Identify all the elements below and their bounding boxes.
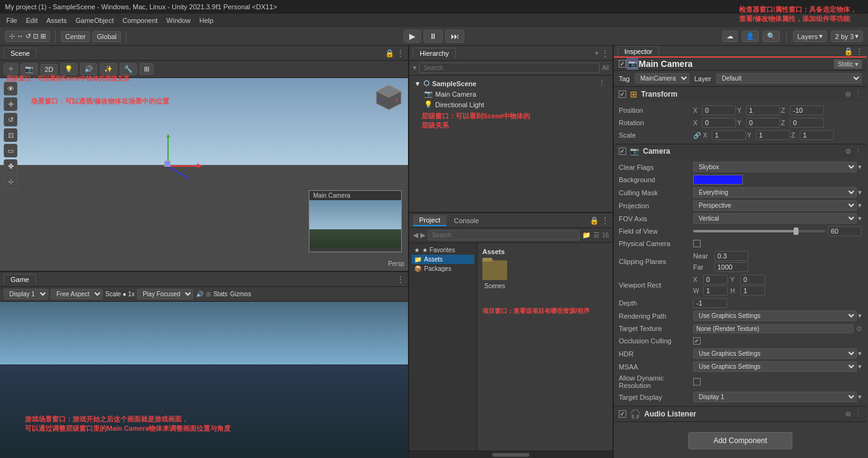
audio-settings-icon[interactable]: ⚙ bbox=[845, 410, 851, 418]
hierarchy-directional-light[interactable]: 💡 Directional Light bbox=[412, 99, 610, 110]
vp-w-input[interactable] bbox=[703, 286, 728, 296]
scene-gizmos-btn[interactable]: ✧ bbox=[4, 63, 18, 75]
scene-audio-btn[interactable]: 🔊 bbox=[80, 63, 97, 75]
layer-dropdown[interactable]: Default bbox=[716, 73, 862, 84]
object-enabled-checkbox[interactable] bbox=[619, 60, 626, 68]
fov-input[interactable] bbox=[828, 226, 862, 236]
scene-menu-icon[interactable]: ⋮ bbox=[397, 49, 404, 58]
scene-2d-btn[interactable]: 2D bbox=[40, 64, 58, 75]
camera-settings-icon[interactable]: ⚙ bbox=[845, 148, 851, 156]
menu-assets[interactable]: Assets bbox=[43, 15, 71, 25]
layout-dropdown[interactable]: 2 by 3 ▾ bbox=[831, 30, 863, 42]
transform-header[interactable]: ⊞ Transform ⚙ ⋮ bbox=[614, 87, 867, 102]
rot-x-input[interactable] bbox=[702, 118, 736, 128]
rot-z-input[interactable] bbox=[790, 118, 824, 128]
game-display-dropdown[interactable]: Display 1 bbox=[4, 289, 48, 299]
transform-tool-btn[interactable]: ✤ bbox=[4, 159, 17, 173]
tag-dropdown[interactable]: MainCamera bbox=[635, 73, 689, 84]
far-input[interactable] bbox=[714, 262, 748, 272]
transform-enabled[interactable] bbox=[619, 90, 626, 98]
project-forward-icon[interactable]: ▶ bbox=[420, 231, 425, 239]
scenes-folder[interactable]: Scenes bbox=[482, 260, 507, 289]
game-audio-icon[interactable]: 🔊 bbox=[196, 291, 203, 297]
scene-overlay-btn[interactable]: 🔧 bbox=[120, 63, 137, 75]
scene-camera-btn[interactable]: 📷 bbox=[20, 63, 38, 75]
game-tab[interactable]: Game bbox=[4, 274, 36, 284]
vp-h-input[interactable] bbox=[740, 286, 765, 296]
project-packages-sidebar[interactable]: 📦 Packages bbox=[412, 264, 474, 273]
rotate-tool-btn[interactable]: ↺ bbox=[4, 113, 17, 126]
project-list-icon[interactable]: ☰ bbox=[593, 231, 600, 239]
scene-menu-dot[interactable]: ⋮ bbox=[598, 79, 605, 87]
play-button[interactable]: ▶ bbox=[404, 30, 421, 43]
project-tab[interactable]: Project bbox=[413, 215, 446, 226]
transform-settings-icon[interactable]: ⚙ bbox=[845, 90, 851, 99]
camera-header[interactable]: 📷 Camera ⚙ ⋮ bbox=[614, 144, 867, 158]
game-gizmos-btn[interactable]: Gizmos bbox=[230, 291, 251, 297]
console-tab[interactable]: Console bbox=[448, 216, 485, 226]
pause-button[interactable]: ⏸ bbox=[423, 30, 443, 43]
game-playfocused-dropdown[interactable]: Play Focused bbox=[137, 289, 193, 299]
scale-x-input[interactable] bbox=[712, 130, 746, 140]
game-aspect-dropdown[interactable]: Free Aspect bbox=[51, 289, 103, 299]
vp-x-input[interactable] bbox=[703, 275, 728, 284]
layers-dropdown[interactable]: Layers ▾ bbox=[793, 30, 827, 42]
inspector-menu-icon[interactable]: ⋮ bbox=[856, 47, 863, 56]
menu-component[interactable]: Component bbox=[118, 15, 161, 25]
target-texture-dot-icon[interactable]: ⊙ bbox=[856, 325, 862, 333]
camera-enabled[interactable] bbox=[619, 148, 626, 155]
rect-tool-btn[interactable]: ▭ bbox=[4, 144, 17, 157]
vp-y-input[interactable] bbox=[740, 275, 765, 284]
pivot-toggle[interactable]: Center bbox=[61, 31, 90, 42]
add-component-button[interactable]: Add Component bbox=[688, 432, 793, 449]
pos-z-input[interactable] bbox=[790, 105, 824, 115]
hdr-dropdown[interactable]: Use Graphics Settings bbox=[693, 348, 857, 359]
project-menu-icon[interactable]: ⋮ bbox=[601, 216, 609, 225]
object-name[interactable]: Main Camera bbox=[639, 59, 834, 69]
background-color-swatch[interactable] bbox=[693, 175, 743, 185]
project-back-icon[interactable]: ◀ bbox=[413, 231, 418, 239]
global-toggle[interactable]: Global bbox=[92, 31, 121, 42]
fov-axis-dropdown[interactable]: Vertical bbox=[693, 213, 857, 224]
scale-z-input[interactable] bbox=[800, 130, 834, 140]
hierarchy-menu-icon[interactable]: ⋮ bbox=[601, 49, 609, 58]
fov-slider[interactable] bbox=[693, 230, 825, 232]
menu-window[interactable]: Window bbox=[162, 15, 194, 25]
physical-camera-checkbox[interactable] bbox=[693, 240, 701, 247]
pos-y-input[interactable] bbox=[746, 105, 780, 115]
scale-tool-btn[interactable]: ⊡ bbox=[4, 128, 17, 142]
audio-listener-header[interactable]: 🎧 Audio Listener ⚙ ⋮ bbox=[614, 407, 867, 421]
custom-tool-btn[interactable]: ⊹ bbox=[4, 175, 17, 188]
projection-dropdown[interactable]: Perspective bbox=[693, 200, 857, 211]
project-folder-icon[interactable]: 📁 bbox=[582, 231, 591, 239]
msaa-dropdown[interactable]: Use Graphics Settings bbox=[693, 361, 857, 372]
game-menu-icon[interactable]: ⋮ bbox=[397, 275, 404, 284]
collab-button[interactable]: ☁ bbox=[722, 30, 738, 42]
hierarchy-add-icon[interactable]: + bbox=[595, 49, 599, 58]
pos-x-input[interactable] bbox=[702, 105, 736, 115]
project-scrollbar[interactable] bbox=[409, 451, 613, 458]
menu-help[interactable]: Help bbox=[195, 15, 217, 25]
occlusion-checkbox[interactable] bbox=[693, 337, 701, 345]
culling-mask-dropdown[interactable]: Everything bbox=[693, 187, 857, 198]
transform-tools[interactable]: ⊹ ↔ ↺ ⊡ ⊞ bbox=[5, 30, 50, 42]
account-button[interactable]: 👤 bbox=[742, 30, 759, 42]
inspector-lock-icon[interactable]: 🔒 bbox=[844, 47, 853, 56]
depth-input[interactable] bbox=[693, 298, 727, 308]
hand-tool-btn[interactable]: 👁 bbox=[4, 82, 17, 95]
scene-lighting-btn[interactable]: 💡 bbox=[60, 63, 78, 75]
menu-edit[interactable]: Edit bbox=[22, 15, 42, 25]
scene-tab[interactable]: Scene bbox=[4, 48, 37, 58]
scale-y-input[interactable] bbox=[756, 130, 790, 140]
inspector-tab[interactable]: Inspector bbox=[618, 46, 659, 56]
step-button[interactable]: ⏭ bbox=[445, 30, 464, 43]
project-search-input[interactable] bbox=[428, 230, 580, 240]
static-badge[interactable]: Static ▾ bbox=[834, 59, 862, 69]
game-stats-btn[interactable]: Stats bbox=[213, 291, 228, 297]
hierarchy-scene-item[interactable]: ▼ ⬡ SampleScene ⋮ bbox=[412, 78, 610, 89]
search-button[interactable]: 🔍 bbox=[763, 30, 780, 42]
scene-gizmo-btn2[interactable]: ⊞ bbox=[140, 63, 154, 75]
hierarchy-tab[interactable]: Hierarchy bbox=[413, 48, 456, 58]
move-tool-btn[interactable]: ✛ bbox=[4, 97, 17, 111]
clear-flags-dropdown[interactable]: Skybox bbox=[693, 162, 857, 172]
